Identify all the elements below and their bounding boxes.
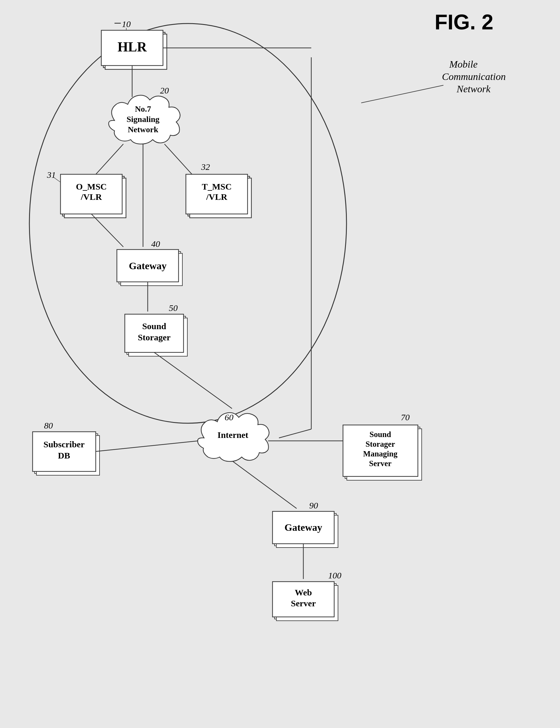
signaling-network-cloud: No.7 Signaling Network bbox=[109, 95, 180, 144]
gateway1-ref: 40 bbox=[151, 239, 160, 249]
subscriber-db-label-2: DB bbox=[58, 451, 70, 460]
svg-text:No.7: No.7 bbox=[135, 104, 151, 113]
svg-text:Signaling: Signaling bbox=[127, 115, 160, 124]
sound-storager-ref: 50 bbox=[169, 303, 178, 313]
svg-line-28 bbox=[279, 429, 311, 438]
sound-managing-label-1: Sound bbox=[369, 430, 391, 439]
web-server-label-2: Server bbox=[291, 598, 316, 608]
svg-text:Network: Network bbox=[128, 125, 159, 134]
svg-line-12 bbox=[165, 144, 194, 176]
mobile-network-boundary bbox=[29, 24, 346, 423]
svg-text:/VLR: /VLR bbox=[81, 192, 102, 202]
svg-line-27 bbox=[154, 352, 232, 409]
signaling-ref: 20 bbox=[160, 86, 169, 95]
sound-managing-ref: 70 bbox=[401, 412, 410, 422]
fig-label: FIG. 2 bbox=[435, 10, 493, 34]
svg-line-32 bbox=[96, 441, 198, 451]
network-label-line1: Mobile bbox=[449, 59, 477, 70]
svg-line-18 bbox=[91, 214, 123, 247]
subscriber-db-ref: 80 bbox=[44, 421, 53, 430]
sound-managing-label-4: Server bbox=[369, 459, 391, 468]
sound-storager-label-2: Storager bbox=[138, 332, 171, 342]
t-msc-ref: 32 bbox=[201, 162, 210, 172]
o-msc-label: O_MSC bbox=[76, 182, 107, 191]
svg-text:Internet: Internet bbox=[218, 430, 249, 440]
web-server-label-1: Web bbox=[295, 588, 312, 597]
sound-managing-label-3: Managing bbox=[363, 449, 398, 458]
svg-text:─: ─ bbox=[114, 18, 121, 28]
gateway2-ref: 90 bbox=[309, 501, 318, 510]
sound-managing-label-2: Storager bbox=[365, 440, 395, 448]
hlr-ref: 10 bbox=[122, 19, 131, 29]
svg-line-36 bbox=[233, 461, 296, 508]
svg-text:/VLR: /VLR bbox=[206, 192, 227, 202]
subscriber-db-label-1: Subscriber bbox=[43, 439, 85, 449]
t-msc-label: T_MSC bbox=[202, 182, 232, 191]
gateway1-label: Gateway bbox=[129, 260, 167, 271]
svg-line-11 bbox=[94, 144, 123, 176]
svg-line-0 bbox=[361, 85, 443, 103]
internet-ref: 60 bbox=[225, 412, 234, 422]
network-label-line2: Communication bbox=[442, 71, 506, 82]
sound-storager-label-1: Sound bbox=[142, 321, 166, 331]
hlr-label: HLR bbox=[118, 39, 147, 54]
network-label-line3: Network bbox=[456, 83, 491, 94]
svg-line-17 bbox=[54, 178, 61, 182]
web-server-ref: 100 bbox=[328, 570, 341, 580]
gateway2-label: Gateway bbox=[284, 522, 322, 533]
